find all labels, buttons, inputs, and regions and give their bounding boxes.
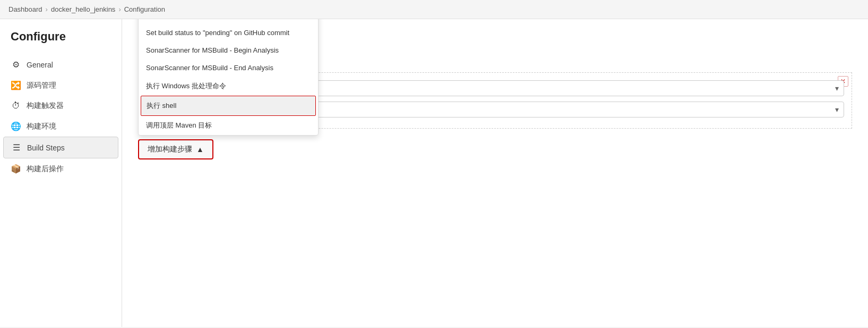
breadcrumb-dashboard[interactable]: Dashboard xyxy=(8,5,42,13)
sidebar-label-source: 源码管理 xyxy=(27,81,56,90)
menu-item-maven[interactable]: 调用顶层 Maven 目标 xyxy=(139,116,318,135)
source-icon: 🔀 xyxy=(11,80,21,90)
trigger-icon: ⏱ xyxy=(11,101,21,111)
add-build-steps-label: 增加构建步骤 xyxy=(148,145,192,154)
sidebar: Configure ⚙ General 🔀 源码管理 ⏱ 构建触发器 🌐 构建环… xyxy=(0,19,122,327)
sidebar-item-buildsteps[interactable]: ☰ Build Steps xyxy=(3,137,118,158)
main-content: Terminate a build if it's stuck With Ant… xyxy=(122,19,868,327)
sidebar-title: Configure xyxy=(0,30,122,54)
menu-item-wincmd[interactable]: 执行 Windows 批处理命令 xyxy=(139,77,318,96)
sidebar-item-env[interactable]: 🌐 构建环境 xyxy=(0,116,122,137)
menu-item-msbuild-begin[interactable]: SonarScanner for MSBuild - Begin Analysi… xyxy=(139,41,318,59)
menu-item-msbuild-end[interactable]: SonarScanner for MSBuild - End Analysis xyxy=(139,59,318,77)
breadcrumb-config: Configuration xyxy=(124,5,165,13)
post-icon: 📦 xyxy=(11,164,21,174)
add-build-steps-button[interactable]: 增加构建步骤 ▲ xyxy=(138,139,213,159)
gear-icon: ⚙ xyxy=(11,60,21,70)
sidebar-item-trigger[interactable]: ⏱ 构建触发器 xyxy=(0,96,122,116)
menu-item-ssh[interactable]: Send files or execute commands over SSH xyxy=(139,19,318,24)
sidebar-label-trigger: 构建触发器 xyxy=(27,101,64,111)
dropdown-menu: ▽ Execute SonarQube Scanner Invoke Ant I… xyxy=(138,19,319,136)
sidebar-label-general: General xyxy=(27,61,53,69)
sidebar-label-env: 构建环境 xyxy=(27,122,56,131)
menu-item-shell[interactable]: 执行 shell xyxy=(141,96,316,116)
sidebar-label-buildsteps: Build Steps xyxy=(27,144,65,152)
env-icon: 🌐 xyxy=(11,121,21,131)
breadcrumb-sep-1: › xyxy=(46,5,48,13)
breadcrumb: Dashboard › docker_hello_jenkins › Confi… xyxy=(0,0,868,19)
sidebar-label-post: 构建后操作 xyxy=(27,164,64,174)
breadcrumb-sep-2: › xyxy=(118,5,121,13)
add-build-steps-chevron-icon: ▲ xyxy=(196,145,204,154)
add-build-steps-area: ▽ Execute SonarQube Scanner Invoke Ant I… xyxy=(138,139,852,159)
sidebar-item-general[interactable]: ⚙ General xyxy=(0,54,122,75)
sidebar-item-source[interactable]: 🔀 源码管理 xyxy=(0,75,122,96)
breadcrumb-project[interactable]: docker_hello_jenkins xyxy=(51,5,115,13)
menu-item-github[interactable]: Set build status to "pending" on GitHub … xyxy=(139,24,318,41)
sidebar-item-post[interactable]: 📦 构建后操作 xyxy=(0,158,122,179)
buildsteps-icon: ☰ xyxy=(11,142,22,153)
